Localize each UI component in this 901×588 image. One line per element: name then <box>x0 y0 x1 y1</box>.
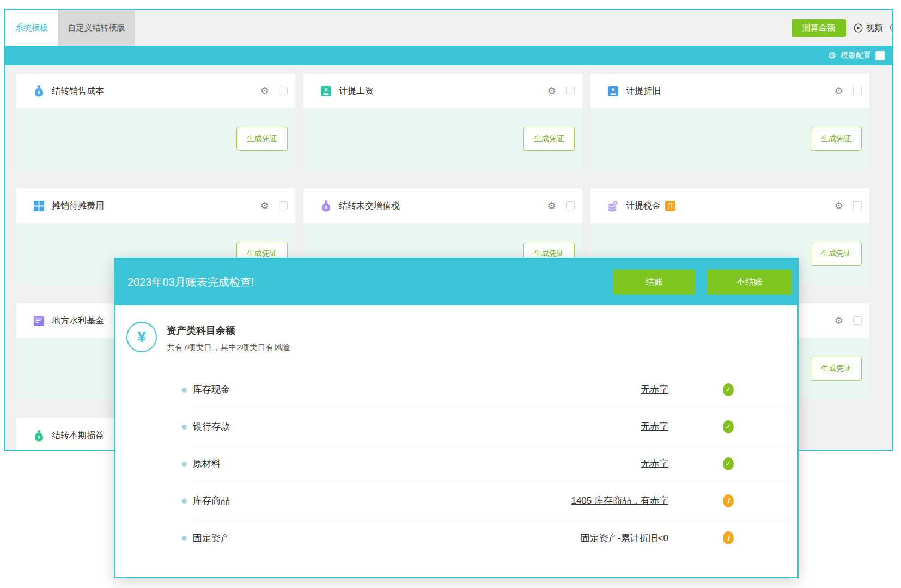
yen-circle-icon: ¥ <box>126 322 157 352</box>
generate-voucher-button[interactable]: 生成凭证 <box>236 127 288 151</box>
account-result-link[interactable]: 无赤字 <box>641 420 668 433</box>
salary-icon: ¥ <box>607 85 619 97</box>
svg-text:¥: ¥ <box>38 89 40 95</box>
svg-text:¥: ¥ <box>38 434 40 439</box>
warning-info-icon: i <box>723 531 734 544</box>
template-config-label[interactable]: 模版配置 <box>841 51 871 60</box>
gear-icon: ⚙ <box>828 51 836 60</box>
tab-custom-template[interactable]: 自定义结转模版 <box>58 10 135 46</box>
svg-text:¥: ¥ <box>325 86 328 92</box>
summary-title: 资产类科目余额 <box>167 324 290 337</box>
play-circle-icon <box>854 23 863 33</box>
generate-voucher-button[interactable]: 生成凭证 <box>811 127 862 151</box>
month-end-check-dialog: 2023年03月账表完成检查! 结账 不结账 ¥ 资产类科目余额 共有7项类目，… <box>114 258 799 578</box>
card-accrue-depreciation: ¥ 计提折旧 ⚙ 生成凭证 <box>590 74 869 169</box>
card-checkbox[interactable] <box>279 87 288 95</box>
card-checkbox[interactable] <box>279 201 288 210</box>
card-settings-icon[interactable]: ⚙ <box>260 201 269 211</box>
card-settings-icon[interactable]: ⚙ <box>835 86 843 96</box>
card-title: 计提折旧 <box>626 85 661 97</box>
config-checkbox[interactable] <box>875 51 885 60</box>
account-name: 库存商品 <box>193 494 230 507</box>
bullet-icon <box>182 462 187 467</box>
summary-subtitle: 共有7项类目，其中2项类目有风险 <box>167 342 290 353</box>
card-title: 地方水利基金 <box>52 315 104 327</box>
list-item: 库存现金 无赤字 ✓ <box>193 371 792 408</box>
bullet-icon <box>182 425 187 430</box>
dialog-title: 2023年03月账表完成检查! <box>127 275 254 290</box>
account-name: 库存现金 <box>193 383 230 396</box>
account-result-link[interactable]: 1405 库存商品，有赤字 <box>571 494 668 507</box>
card-title: 结转未交增值税 <box>339 200 400 212</box>
card-checkbox[interactable] <box>853 201 862 210</box>
account-name: 固定资产 <box>193 532 230 544</box>
settle-button[interactable]: 结账 <box>613 270 695 295</box>
account-result-link[interactable]: 无赤字 <box>641 457 668 470</box>
dialog-header: 2023年03月账表完成检查! 结账 不结账 <box>115 259 797 305</box>
card-settings-icon[interactable]: ⚙ <box>835 201 843 211</box>
svg-text:¥: ¥ <box>325 204 327 210</box>
account-name: 银行存款 <box>193 420 230 433</box>
warning-info-icon: i <box>723 494 734 507</box>
svg-text:¥: ¥ <box>612 86 615 92</box>
salary-icon: ¥ <box>320 85 332 97</box>
card-title: 计提税金 <box>626 200 661 212</box>
coins-icon: S <box>607 200 619 212</box>
card-checkbox[interactable] <box>853 316 862 325</box>
card-carryover-sales-cost: ¥ 结转销售成本 ⚙ 生成凭证 <box>16 74 295 169</box>
list-item: 库存商品 1405 库存商品，有赤字 i <box>193 482 792 519</box>
tab-system-template[interactable]: 系统模板 <box>5 10 58 46</box>
check-ok-icon: ✓ <box>723 383 734 396</box>
card-title: 结转销售成本 <box>52 85 104 97</box>
generate-voucher-button[interactable]: 生成凭证 <box>811 357 862 381</box>
month-badge: 月 <box>665 201 675 211</box>
account-name: 原材料 <box>193 457 221 470</box>
check-ok-icon: ✓ <box>723 420 734 433</box>
card-checkbox[interactable] <box>566 201 575 210</box>
money-bag-icon: ¥ <box>33 85 45 97</box>
tabbar-actions: 测算金额 视频 <box>792 10 892 46</box>
card-checkbox[interactable] <box>853 87 862 95</box>
account-result-link[interactable]: 固定资产-累计折旧<0 <box>581 532 668 544</box>
template-toolbar: ⚙ 模版配置 <box>5 46 892 65</box>
money-bag-icon: ¥ <box>320 200 332 212</box>
card-title: 结转本期损益 <box>52 430 104 442</box>
generate-voucher-button[interactable]: 生成凭证 <box>523 127 575 151</box>
account-check-list: 库存现金 无赤字 ✓ 银行存款 无赤字 ✓ 原材料 无赤字 ✓ 库存商品 140… <box>193 371 792 556</box>
svg-text:S: S <box>614 200 617 204</box>
money-bag-icon: ¥ <box>33 430 45 442</box>
list-item: 原材料 无赤字 ✓ <box>193 445 792 482</box>
card-settings-icon[interactable]: ⚙ <box>547 86 556 96</box>
clipped-circle-icon[interactable] <box>890 23 893 32</box>
card-checkbox[interactable] <box>566 87 575 95</box>
card-title: 摊销待摊费用 <box>52 200 104 212</box>
account-result-link[interactable]: 无赤字 <box>641 383 668 396</box>
dialog-summary: ¥ 资产类科目余额 共有7项类目，其中2项类目有风险 <box>115 305 797 353</box>
card-settings-icon[interactable]: ⚙ <box>547 201 556 211</box>
check-ok-icon: ✓ <box>723 457 734 470</box>
bullet-icon <box>182 388 187 393</box>
grid-icon <box>33 200 45 212</box>
no-settle-button[interactable]: 不结账 <box>707 270 792 295</box>
calculate-amount-button[interactable]: 测算金额 <box>792 19 846 37</box>
generate-voucher-button[interactable]: 生成凭证 <box>811 242 862 266</box>
video-label: 视频 <box>866 23 882 33</box>
list-item: 银行存款 无赤字 ✓ <box>193 408 792 445</box>
card-title: 计提工资 <box>339 85 374 97</box>
list-item: 固定资产 固定资产-累计折旧<0 i <box>193 519 792 556</box>
tab-bar: 系统模板 自定义结转模版 测算金额 视频 <box>5 10 892 46</box>
card-accrue-salary: ¥ 计提工资 ⚙ 生成凭证 <box>303 74 582 169</box>
card-settings-icon[interactable]: ⚙ <box>835 316 843 326</box>
card-settings-icon[interactable]: ⚙ <box>260 86 269 96</box>
bullet-icon <box>182 536 187 541</box>
bullet-icon <box>182 499 187 504</box>
video-link[interactable]: 视频 <box>854 23 882 33</box>
document-icon <box>33 315 45 327</box>
